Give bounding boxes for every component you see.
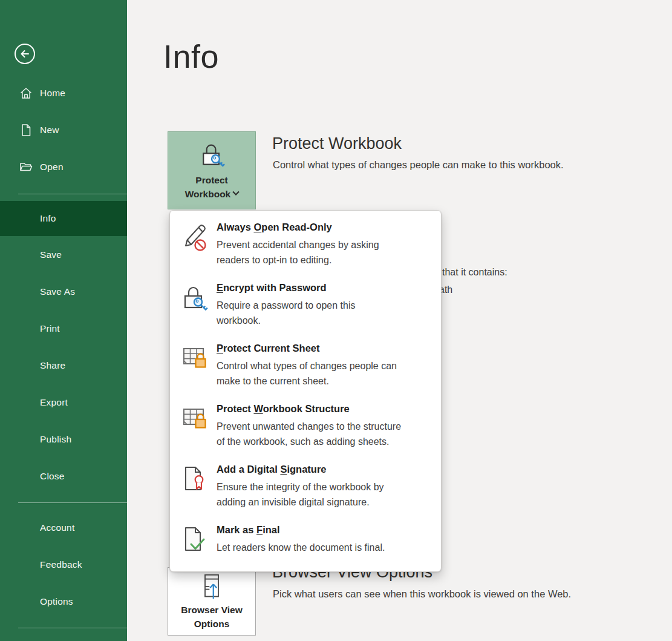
sidebar-item-open[interactable]: Open [0, 150, 127, 185]
browser-button-label-line1: Browser View [181, 605, 242, 615]
sidebar-divider [18, 502, 127, 503]
document-check-icon [180, 521, 209, 569]
menu-item-protect-current-sheet[interactable]: Protect Current Sheet Control what types… [170, 339, 441, 399]
new-document-icon [19, 123, 33, 137]
chevron-down-icon [233, 189, 240, 196]
lock-with-key-icon [180, 278, 209, 339]
sidebar-item-label: Home [40, 88, 65, 99]
browser-view-options-button[interactable]: Browser View Options [168, 567, 256, 636]
menu-item-description: Prevent unwanted changes to the structur… [217, 419, 420, 449]
protect-workbook-button[interactable]: Protect Workbook [168, 131, 256, 209]
sidebar-item-feedback[interactable]: Feedback [0, 547, 127, 582]
sidebar-item-export[interactable]: Export [0, 385, 127, 420]
menu-item-protect-workbook-structure[interactable]: Protect Workbook Structure Prevent unwan… [170, 399, 441, 460]
protect-button-label-line1: Protect [195, 175, 227, 185]
sidebar-item-label: Print [40, 323, 60, 334]
sidebar-item-account[interactable]: Account [0, 510, 127, 545]
protect-section-heading: Protect Workbook [272, 134, 402, 153]
sidebar-item-print[interactable]: Print [0, 311, 127, 346]
menu-item-description: Require a password to open this workbook… [217, 298, 420, 328]
sidebar-item-label: Share [40, 360, 65, 371]
lock-with-key-icon [198, 162, 225, 173]
sidebar-item-close[interactable]: Close [0, 459, 127, 494]
sidebar-item-publish[interactable]: Publish [0, 422, 127, 457]
protect-workbook-menu: Always Open Read-Only Prevent accidental… [169, 210, 442, 572]
sidebar-item-label: Save As [40, 286, 75, 297]
sidebar-item-label: Publish [40, 434, 71, 445]
sidebar-item-label: Info [40, 213, 56, 224]
menu-item-title: Mark as Final [217, 524, 420, 536]
sidebar-item-label: Feedback [40, 559, 82, 570]
menu-item-title: Add a Digital Signature [217, 464, 420, 475]
menu-item-add-digital-signature[interactable]: Add a Digital Signature Ensure the integ… [170, 460, 441, 521]
open-folder-icon [19, 160, 33, 174]
browser-upload-icon [198, 592, 225, 602]
workbook-lock-icon [180, 399, 209, 460]
sheet-lock-icon [180, 339, 209, 399]
sidebar-item-new[interactable]: New [0, 113, 127, 148]
menu-item-title: Protect Workbook Structure [217, 403, 420, 415]
back-button[interactable] [14, 43, 36, 65]
excel-backstage-info: Home New Open Info Save S [0, 0, 672, 641]
sidebar-item-info[interactable]: Info [0, 201, 127, 236]
browser-section-description: Pick what users can see when this workbo… [273, 588, 571, 600]
menu-item-always-open-read-only[interactable]: Always Open Read-Only Prevent accidental… [170, 218, 441, 278]
sidebar-item-label: Export [40, 397, 68, 408]
menu-item-title: Encrypt with Password [217, 282, 420, 294]
sidebar-item-label: Save [40, 249, 62, 260]
menu-item-description: Prevent accidental changes by asking rea… [217, 237, 420, 268]
document-ribbon-icon [180, 460, 209, 521]
sidebar-item-save-as[interactable]: Save As [0, 274, 127, 309]
sidebar-item-save[interactable]: Save [0, 237, 127, 272]
inspect-workbook-text-fragment: that it contains: [442, 267, 507, 278]
sidebar-divider [18, 194, 127, 194]
sidebar-item-home[interactable]: Home [0, 76, 127, 111]
menu-item-description: Control what types of changes people can… [217, 358, 420, 389]
protect-section-description: Control what types of changes people can… [273, 159, 564, 171]
back-arrow-icon [14, 56, 36, 67]
backstage-sidebar: Home New Open Info Save S [0, 0, 127, 641]
menu-item-description: Let readers know the document is final. [217, 540, 420, 555]
sidebar-item-label: Options [40, 596, 73, 607]
home-icon [19, 86, 33, 100]
sidebar-item-label: Open [40, 162, 64, 173]
pencil-no-entry-icon [180, 218, 209, 278]
page-title: Info [163, 38, 219, 75]
menu-item-description: Ensure the integrity of the workbook by … [217, 479, 420, 510]
menu-item-title: Always Open Read-Only [217, 222, 420, 233]
sidebar-item-options[interactable]: Options [0, 584, 127, 619]
menu-item-mark-as-final[interactable]: Mark as Final Let readers know the docum… [170, 521, 441, 569]
sidebar-item-label: Account [40, 522, 74, 533]
browser-button-label-line2: Options [194, 619, 230, 629]
sidebar-divider [18, 628, 127, 628]
sidebar-item-label: Close [40, 471, 65, 482]
menu-item-encrypt-with-password[interactable]: Encrypt with Password Require a password… [170, 278, 441, 339]
sidebar-item-label: New [40, 125, 59, 136]
protect-button-label-line2: Workbook [185, 189, 231, 199]
menu-item-title: Protect Current Sheet [217, 343, 420, 354]
sidebar-item-share[interactable]: Share [0, 348, 127, 383]
